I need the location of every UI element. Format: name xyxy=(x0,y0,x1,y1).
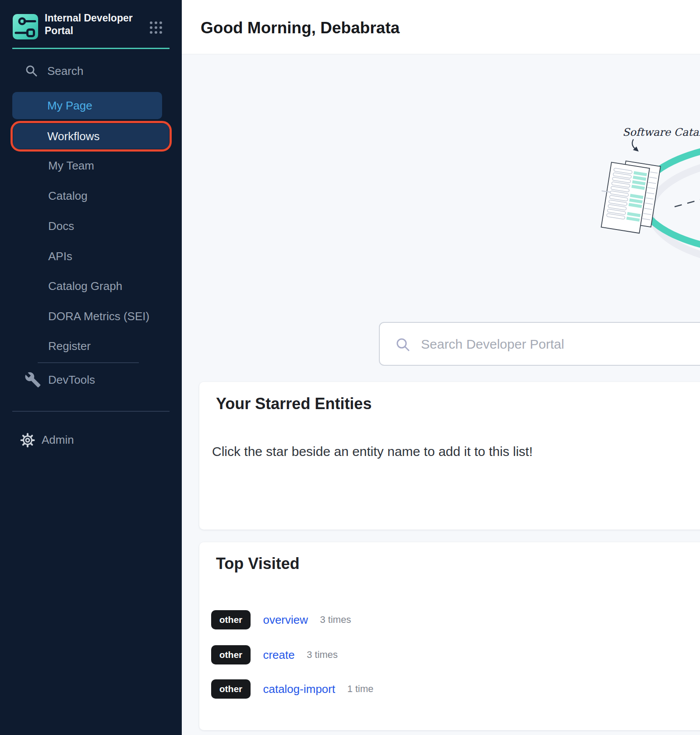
card-title: Your Starred Entities xyxy=(216,395,371,413)
dashed-connector xyxy=(675,200,700,207)
sidebar-item-dora-metrics[interactable]: DORA Metrics (SEI) xyxy=(48,309,175,323)
app-title: Internal Developer Portal xyxy=(45,12,140,37)
catalog-pages xyxy=(596,158,661,235)
entity-link-overview[interactable]: overview xyxy=(263,613,308,627)
main-area: Good Morning, Debabrata xyxy=(182,0,700,735)
workflow-logo-glyph xyxy=(13,14,38,39)
illustration-label: Software Catalog xyxy=(622,126,700,138)
sidebar-item-apis[interactable]: APIs xyxy=(48,249,175,263)
search-icon xyxy=(396,337,410,352)
top-visited-row: other overview 3 times xyxy=(211,610,351,629)
sidebar-item-register[interactable]: Register xyxy=(48,339,175,353)
sidebar-section-divider xyxy=(38,362,139,363)
top-visited-row: other catalog-import 1 time xyxy=(211,679,374,699)
sidebar: Internal Developer Portal Search My Page… xyxy=(0,0,182,735)
search-icon xyxy=(25,64,38,78)
sidebar-item-catalog[interactable]: Catalog xyxy=(48,189,175,203)
software-catalog-illustration: Software Catalog xyxy=(582,118,700,302)
sidebar-item-label: Search xyxy=(47,64,83,78)
sidebar-item-my-team[interactable]: My Team xyxy=(48,159,175,173)
greeting-title: Good Morning, Debabrata xyxy=(201,19,399,37)
card-title: Top Visited xyxy=(216,555,300,572)
top-visited-card: Top Visited other overview 3 times other… xyxy=(199,542,700,730)
page-header: Good Morning, Debabrata xyxy=(182,0,700,54)
sidebar-item-label: DORA Metrics (SEI) xyxy=(48,310,149,323)
sidebar-item-my-page[interactable]: My Page xyxy=(12,92,162,119)
sidebar-item-label: Workflows xyxy=(47,129,99,143)
sidebar-item-search[interactable]: Search xyxy=(0,64,182,79)
annotation-highlight-ring: Workflows xyxy=(11,121,172,152)
kind-badge: other xyxy=(211,645,251,664)
visit-count: 3 times xyxy=(307,649,338,661)
sidebar-item-workflows[interactable]: Workflows xyxy=(13,124,169,149)
sidebar-bottom-divider xyxy=(12,411,170,412)
sidebar-item-label: APIs xyxy=(48,250,72,263)
kind-badge: other xyxy=(211,610,251,629)
sidebar-item-label: My Team xyxy=(48,159,94,172)
sidebar-item-label: Docs xyxy=(48,219,74,233)
kind-badge: other xyxy=(211,679,251,699)
starred-entities-card: Your Starred Entities Click the star bes… xyxy=(199,382,700,530)
sidebar-item-label: DevTools xyxy=(48,373,95,387)
sidebar-item-admin[interactable]: Admin xyxy=(0,432,182,449)
starred-empty-message: Click the star beside an entity name to … xyxy=(212,444,533,459)
home-content: Software Catalog Your Starred Entities C… xyxy=(182,54,700,735)
visit-count: 1 time xyxy=(347,683,374,695)
sidebar-item-label: Catalog xyxy=(48,189,88,202)
search-input[interactable] xyxy=(420,323,700,366)
sidebar-item-docs[interactable]: Docs xyxy=(48,219,175,233)
sidebar-item-label: Catalog Graph xyxy=(48,279,122,293)
sidebar-item-devtools[interactable]: DevTools xyxy=(0,371,182,389)
visit-count: 3 times xyxy=(320,614,351,625)
hero-search xyxy=(379,322,700,366)
sidebar-item-label: My Page xyxy=(47,99,92,113)
wrench-icon xyxy=(25,371,41,388)
top-visited-row: other create 3 times xyxy=(211,645,338,664)
sidebar-header-rule xyxy=(12,48,170,49)
sidebar-item-label: Register xyxy=(48,339,91,353)
sidebar-item-catalog-graph[interactable]: Catalog Graph xyxy=(48,279,175,293)
sidebar-item-label: Admin xyxy=(42,433,74,447)
workflow-logo-icon xyxy=(13,14,38,39)
gear-icon xyxy=(20,433,35,448)
entity-link-catalog-import[interactable]: catalog-import xyxy=(263,682,335,696)
entity-link-create[interactable]: create xyxy=(263,648,294,662)
apps-grid-icon[interactable] xyxy=(149,21,163,35)
